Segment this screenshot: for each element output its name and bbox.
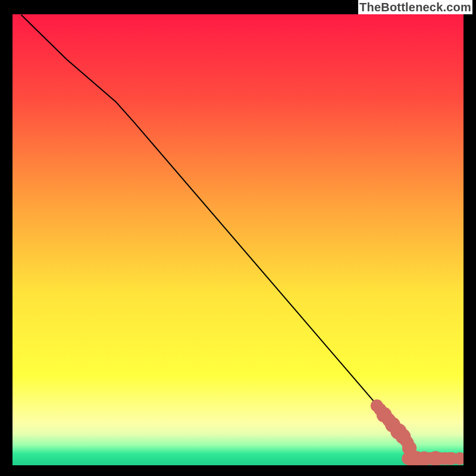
- chart-svg: [12, 14, 464, 465]
- chart-background: [12, 14, 464, 465]
- chart-frame: [0, 0, 476, 476]
- chart-plot: [12, 14, 464, 465]
- attribution-label: TheBottleneck.com: [358, 0, 472, 14]
